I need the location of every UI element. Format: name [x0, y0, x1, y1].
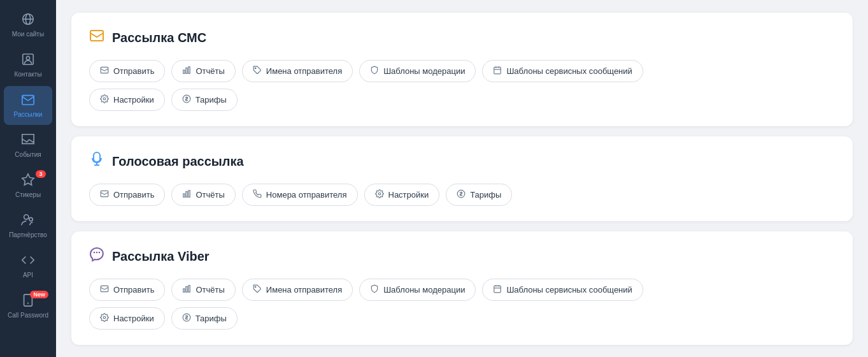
svg-rect-13 — [183, 70, 185, 73]
sidebar-label-my-sites: Мои сайты — [12, 31, 44, 38]
card-title-viber: Рассылка Viber — [89, 247, 835, 266]
svg-rect-33 — [186, 287, 187, 293]
voice-button-row-0: ОтправитьОтчётыНомера отправителяНастрой… — [89, 184, 835, 206]
viber-btn-тарифы[interactable]: Тарифы — [171, 307, 238, 330]
svg-rect-31 — [101, 286, 108, 291]
btn-icon — [182, 94, 191, 105]
voice-btn-отправить[interactable]: Отправить — [89, 184, 165, 206]
svg-marker-6 — [22, 174, 34, 185]
sidebar-item-call-password[interactable]: Call PasswordNew — [4, 287, 52, 326]
sms-btn-шаблоны-сервисных-сообщений[interactable]: Шаблоны сервисных сообщений — [482, 60, 643, 82]
viber-btn-настройки[interactable]: Настройки — [89, 307, 165, 330]
voice-btn-отчёты[interactable]: Отчёты — [171, 184, 235, 206]
sms-btn-имена-отправителя[interactable]: Имена отправителя — [242, 60, 353, 82]
svg-rect-26 — [183, 194, 185, 197]
badge-new-call-password: New — [30, 291, 48, 298]
btn-icon — [182, 284, 191, 295]
voice-btn-настройки[interactable]: Настройки — [364, 184, 440, 206]
card-viber: Рассылка ViberОтправитьОтчётыИмена отпра… — [71, 231, 853, 345]
sms-btn-отправить[interactable]: Отправить — [89, 60, 165, 82]
my-sites-icon — [21, 12, 35, 28]
btn-label: Отправить — [113, 66, 154, 76]
svg-rect-36 — [494, 286, 501, 293]
badge-stickers: 3 — [36, 170, 46, 178]
sidebar-label-partnership: Партнёрство — [9, 231, 47, 239]
sms-btn-настройки[interactable]: Настройки — [89, 89, 165, 111]
btn-label: Тарифы — [196, 95, 227, 105]
svg-rect-25 — [101, 191, 108, 196]
viber-title-text: Рассылка Viber — [112, 249, 210, 264]
svg-rect-28 — [189, 191, 190, 198]
voice-title-text: Голосовая рассылка — [112, 154, 244, 169]
btn-icon — [253, 284, 262, 295]
voice-title-icon — [89, 152, 104, 171]
sms-title-text: Рассылка СМС — [112, 31, 206, 45]
btn-label: Отчёты — [196, 190, 224, 200]
sidebar-item-events[interactable]: События — [4, 126, 52, 165]
btn-icon — [493, 66, 502, 76]
viber-button-row-0: ОтправитьОтчётыИмена отправителяШаблоны … — [89, 279, 835, 301]
sms-btn-тарифы[interactable]: Тарифы — [171, 89, 238, 111]
btn-icon — [253, 189, 262, 200]
btn-label: Шаблоны модерации — [383, 66, 465, 76]
btn-icon — [182, 189, 191, 200]
sms-btn-отчёты[interactable]: Отчёты — [171, 60, 235, 82]
sidebar-item-mailings[interactable]: Рассылки — [4, 86, 52, 125]
btn-label: Настройки — [388, 190, 429, 200]
btn-label: Номера отправителя — [266, 190, 347, 200]
sidebar-item-contacts[interactable]: Контакты — [4, 46, 52, 85]
partnership-icon — [21, 213, 35, 229]
btn-label: Имена отправителя — [266, 285, 342, 295]
voice-btn-тарифы[interactable]: Тарифы — [446, 184, 512, 206]
btn-label: Имена отправителя — [266, 66, 342, 76]
svg-point-16 — [255, 68, 256, 69]
svg-rect-34 — [189, 286, 190, 293]
card-title-sms: Рассылка СМС — [89, 28, 835, 47]
svg-rect-27 — [186, 192, 187, 198]
svg-rect-15 — [189, 67, 190, 74]
viber-btn-имена-отправителя[interactable]: Имена отправителя — [242, 279, 353, 301]
sms-button-row-0: ОтправитьОтчётыИмена отправителяШаблоны … — [89, 60, 835, 82]
sms-btn-шаблоны-модерации[interactable]: Шаблоны модерации — [359, 60, 476, 82]
btn-icon — [375, 189, 384, 200]
btn-icon — [182, 66, 191, 76]
sidebar-item-partnership[interactable]: Партнёрство — [4, 207, 52, 245]
btn-icon — [370, 284, 379, 295]
btn-icon — [493, 284, 502, 295]
svg-rect-17 — [494, 67, 501, 74]
btn-label: Отправить — [113, 285, 154, 295]
api-icon — [21, 253, 35, 269]
sidebar-item-my-sites[interactable]: Мои сайты — [4, 6, 52, 45]
svg-rect-32 — [183, 289, 185, 292]
sidebar: Мои сайтыКонтактыРассылкиСобытияСтикеры3… — [0, 0, 56, 357]
sms-button-row-1: НастройкиТарифы — [89, 89, 835, 111]
viber-btn-шаблоны-сервисных-сообщений[interactable]: Шаблоны сервисных сообщений — [482, 279, 643, 301]
btn-icon — [100, 66, 109, 76]
svg-rect-11 — [90, 31, 103, 41]
sidebar-item-api[interactable]: API — [4, 247, 52, 286]
svg-point-40 — [103, 316, 106, 319]
btn-label: Тарифы — [470, 190, 501, 200]
viber-btn-отправить[interactable]: Отправить — [89, 279, 165, 301]
svg-point-8 — [29, 217, 33, 221]
card-title-voice: Голосовая рассылка — [89, 152, 835, 171]
viber-btn-шаблоны-модерации[interactable]: Шаблоны модерации — [359, 279, 476, 301]
viber-btn-отчёты[interactable]: Отчёты — [171, 279, 235, 301]
btn-label: Шаблоны сервисных сообщений — [506, 285, 632, 295]
btn-icon — [100, 94, 109, 105]
viber-button-row-1: НастройкиТарифы — [89, 307, 835, 330]
btn-label: Шаблоны сервисных сообщений — [506, 66, 632, 76]
main-content: Рассылка СМСОтправитьОтчётыИмена отправи… — [56, 0, 868, 357]
btn-label: Отчёты — [196, 66, 224, 76]
svg-point-4 — [26, 56, 30, 60]
sidebar-label-call-password: Call Password — [8, 312, 48, 319]
svg-rect-14 — [186, 68, 187, 74]
btn-icon — [370, 66, 379, 76]
sidebar-label-api: API — [23, 272, 33, 279]
sidebar-label-mailings: Рассылки — [14, 111, 43, 119]
voice-btn-номера-отправителя[interactable]: Номера отправителя — [242, 184, 358, 206]
btn-label: Настройки — [113, 95, 154, 105]
sidebar-label-events: События — [15, 151, 41, 159]
sidebar-item-stickers[interactable]: Стикеры3 — [4, 166, 52, 205]
stickers-icon — [21, 173, 35, 189]
